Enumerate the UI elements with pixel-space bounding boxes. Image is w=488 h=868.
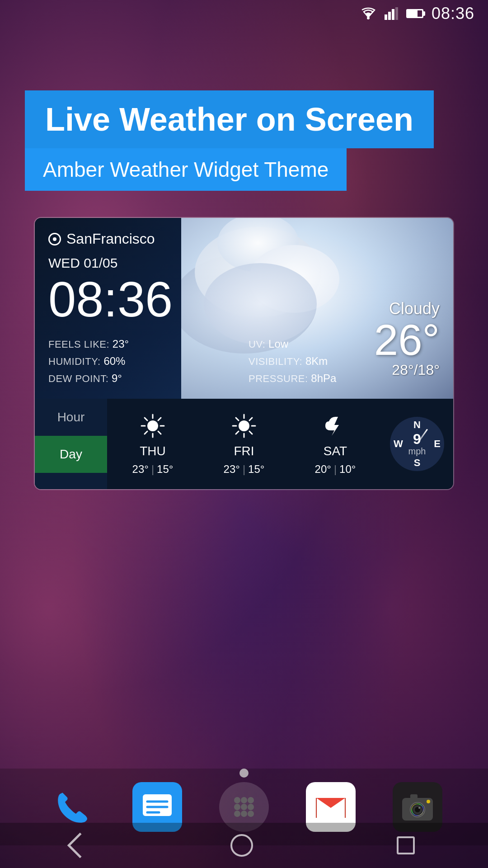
wind-unit: mph <box>408 446 426 457</box>
uv-label: UV: <box>249 339 265 350</box>
dew-point: DEW POINT: 9° <box>48 372 239 385</box>
banner-sub: Amber Weather Widget Theme <box>25 148 347 191</box>
fri-icon <box>228 412 260 439</box>
fri-name: FRI <box>234 444 254 458</box>
forecast-tabs[interactable]: Hour Day <box>35 399 107 489</box>
svg-rect-1 <box>385 14 387 20</box>
header-banner: Live Weather on Screen Amber Weather Wid… <box>25 90 488 191</box>
compass-north: N <box>413 419 421 431</box>
widget-main: SanFrancisco WED 01/05 08:36 Cloudy 26° … <box>35 218 453 399</box>
recent-icon <box>397 836 415 854</box>
drawer-icon <box>228 791 260 823</box>
svg-point-0 <box>367 17 370 19</box>
thu-icon <box>137 412 169 439</box>
forecast-day-sat: SAT 20°|10° <box>290 408 381 480</box>
nav-bar <box>0 823 488 868</box>
home-icon <box>230 834 253 857</box>
svg-rect-42 <box>410 794 418 799</box>
svg-point-32 <box>248 804 254 810</box>
svg-point-5 <box>147 420 158 431</box>
dew-point-value: 9° <box>112 372 122 384</box>
svg-line-21 <box>249 418 252 420</box>
feels-like-label: FEELS LIKE: <box>48 339 109 350</box>
status-bar: 08:36 <box>0 0 488 27</box>
dew-point-label: DEW POINT: <box>48 373 108 384</box>
nav-recent-button[interactable] <box>392 832 419 859</box>
status-time: 08:36 <box>432 4 474 23</box>
compass-south: S <box>414 457 421 469</box>
visibility-label: VISIBILITY: <box>249 356 302 367</box>
pressure-label: PRESSURE: <box>249 373 308 384</box>
phone-icon <box>52 789 89 825</box>
nav-home-button[interactable] <box>228 832 255 859</box>
svg-point-43 <box>427 800 430 803</box>
svg-point-34 <box>241 811 247 817</box>
svg-point-27 <box>234 797 240 803</box>
uv-value: Low <box>268 338 288 350</box>
feels-like: FEELS LIKE: 23° <box>48 338 239 350</box>
wind-compass: N S E W 9 mph <box>381 399 453 489</box>
fri-temps: 23°|15° <box>224 463 265 476</box>
tab-day[interactable]: Day <box>35 436 107 473</box>
weather-widget[interactable]: SanFrancisco WED 01/05 08:36 Cloudy 26° … <box>34 217 454 490</box>
forecast-day-thu: THU 23°|15° <box>107 408 198 480</box>
svg-line-10 <box>145 418 147 420</box>
svg-point-31 <box>241 804 247 810</box>
thu-temps: 23°|15° <box>132 463 174 476</box>
pressure-value: 8hPa <box>311 372 336 384</box>
svg-point-35 <box>248 811 254 817</box>
tab-hour[interactable]: Hour <box>35 399 107 436</box>
banner-main: Live Weather on Screen <box>25 90 434 148</box>
svg-rect-3 <box>392 9 394 20</box>
svg-line-12 <box>158 418 161 420</box>
nav-back-button[interactable] <box>69 834 91 857</box>
svg-rect-2 <box>388 12 391 20</box>
svg-line-22 <box>236 431 239 434</box>
svg-point-30 <box>234 804 240 810</box>
messages-icon <box>139 789 175 825</box>
widget-condition-area: Cloudy 26° 28°/18° <box>374 299 440 378</box>
humidity: HUMIDITY: 60% <box>48 355 239 368</box>
widget-date: WED 01/05 <box>48 255 440 271</box>
svg-line-11 <box>158 431 161 434</box>
svg-point-14 <box>239 420 249 431</box>
condition-temp: 26° <box>374 318 440 362</box>
camera-icon <box>399 789 436 825</box>
svg-line-19 <box>236 418 239 420</box>
svg-line-20 <box>249 431 252 434</box>
feels-like-value: 23° <box>113 338 129 350</box>
sat-name: SAT <box>324 444 347 458</box>
status-icons: 08:36 <box>360 4 474 23</box>
forecast-days: THU 23°|15° <box>107 399 381 489</box>
widget-forecast: Hour Day <box>35 399 453 489</box>
condition-range: 28°/18° <box>374 362 440 378</box>
battery-icon <box>406 9 423 18</box>
forecast-day-fri: FRI 23°|15° <box>198 408 290 480</box>
svg-point-33 <box>234 811 240 817</box>
banner-sub-text: Amber Weather Widget Theme <box>43 157 328 182</box>
visibility-value: 8Km <box>305 355 328 367</box>
banner-main-text: Live Weather on Screen <box>45 103 413 136</box>
sat-icon <box>319 412 351 439</box>
widget-location: SanFrancisco <box>48 231 440 247</box>
svg-line-13 <box>145 431 147 434</box>
compass-dial: N S E W 9 mph <box>390 417 444 471</box>
svg-rect-4 <box>395 7 398 20</box>
location-name: SanFrancisco <box>66 231 155 247</box>
svg-point-29 <box>248 797 254 803</box>
back-icon <box>67 833 93 859</box>
gmail-icon <box>313 789 349 825</box>
humidity-value: 60% <box>103 355 125 367</box>
sat-temps: 20°|10° <box>315 463 356 476</box>
thu-name: THU <box>140 444 166 458</box>
compass-west: W <box>394 438 403 450</box>
humidity-label: HUMIDITY: <box>48 356 101 367</box>
svg-point-28 <box>241 797 247 803</box>
wifi-icon <box>360 7 376 20</box>
compass-east: E <box>434 438 441 450</box>
svg-point-41 <box>418 807 420 809</box>
signal-icon <box>385 7 398 20</box>
location-icon <box>48 233 61 245</box>
